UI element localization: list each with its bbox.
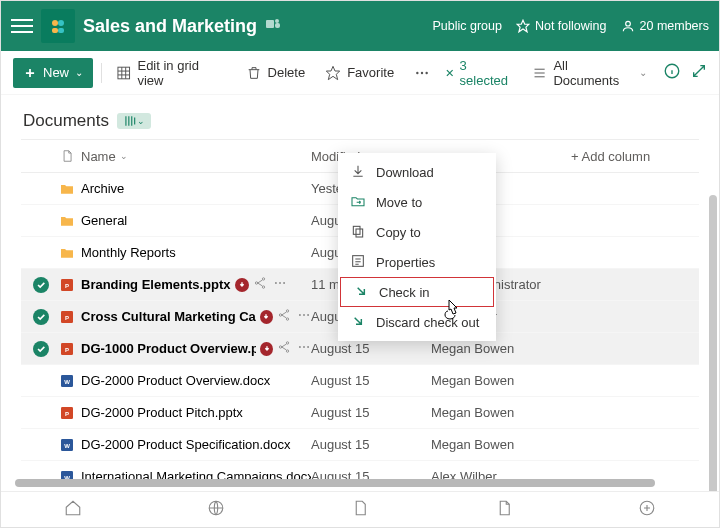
new-button[interactable]: New ⌄ bbox=[13, 58, 93, 88]
svg-point-28 bbox=[303, 346, 305, 348]
info-button[interactable] bbox=[663, 62, 681, 83]
chevron-down-icon: ⌄ bbox=[639, 67, 647, 78]
edit-grid-button[interactable]: Edit in grid view bbox=[110, 54, 232, 92]
file-name[interactable]: DG-2000 Product Specification.docx bbox=[81, 437, 291, 452]
chevron-down-icon: ⌄ bbox=[75, 67, 83, 78]
file-name[interactable]: General bbox=[81, 213, 127, 228]
svg-point-22 bbox=[299, 314, 301, 316]
delete-button[interactable]: Delete bbox=[240, 61, 312, 85]
library-icon[interactable]: ⌄ bbox=[117, 113, 151, 129]
modified-cell: August 15 bbox=[311, 405, 431, 420]
file-name[interactable]: DG-2000 Product Overview.docx bbox=[81, 373, 270, 388]
file-type-icon: P bbox=[59, 405, 75, 421]
menu-item-label: Download bbox=[376, 165, 434, 180]
modified-cell: August 15 bbox=[311, 437, 431, 452]
svg-point-13 bbox=[426, 71, 428, 73]
svg-rect-3 bbox=[58, 28, 64, 33]
group-type-label: Public group bbox=[432, 19, 502, 33]
page-title: Documents bbox=[23, 111, 109, 131]
share-icon[interactable] bbox=[277, 340, 291, 357]
clear-selection-button[interactable]: 3 selected bbox=[444, 58, 516, 88]
modified-cell: August 15 bbox=[311, 341, 431, 356]
expand-button[interactable] bbox=[691, 63, 707, 82]
file-name[interactable]: DG-2000 Product Pitch.pptx bbox=[81, 405, 243, 420]
members-label: 20 members bbox=[640, 19, 709, 33]
checked-out-icon bbox=[260, 342, 273, 356]
file-icon[interactable] bbox=[351, 499, 369, 521]
modified-by-cell: Megan Bowen bbox=[431, 437, 571, 452]
add-icon[interactable] bbox=[638, 499, 656, 521]
site-title: Sales and Marketing bbox=[83, 16, 257, 37]
svg-text:P: P bbox=[65, 314, 69, 320]
new-label: New bbox=[43, 65, 69, 80]
file-name[interactable]: Branding Elements.pptx bbox=[81, 277, 231, 292]
menu-item-icon bbox=[350, 163, 366, 182]
favorite-button[interactable]: Favorite bbox=[319, 61, 400, 85]
members-button[interactable]: 20 members bbox=[621, 19, 709, 33]
menu-item-check-in[interactable]: Check in bbox=[340, 277, 494, 307]
svg-text:P: P bbox=[65, 410, 69, 416]
modified-by-cell: Megan Bowen bbox=[431, 405, 571, 420]
checkmark-icon[interactable] bbox=[33, 341, 49, 357]
svg-rect-4 bbox=[266, 20, 274, 28]
modified-cell: August 15 bbox=[311, 373, 431, 388]
file-icon-2[interactable] bbox=[495, 499, 513, 521]
share-icon[interactable] bbox=[277, 308, 291, 325]
table-row[interactable]: PDG-2000 Product Pitch.pptx August 15Meg… bbox=[21, 397, 699, 429]
follow-button[interactable]: Not following bbox=[516, 19, 607, 33]
svg-point-18 bbox=[279, 282, 281, 284]
column-type-icon[interactable] bbox=[53, 149, 81, 163]
menu-item-move-to[interactable]: Move to bbox=[338, 187, 496, 217]
add-column-button[interactable]: + Add column bbox=[571, 149, 671, 164]
checkmark-icon[interactable] bbox=[33, 309, 49, 325]
file-type-icon bbox=[59, 245, 75, 261]
file-name[interactable]: Cross Cultural Marketing Ca… bbox=[81, 309, 256, 324]
row-overflow-icon[interactable] bbox=[273, 276, 287, 293]
row-overflow-icon[interactable] bbox=[297, 340, 311, 357]
command-bar: New ⌄ Edit in grid view Delete Favorite … bbox=[1, 51, 719, 95]
menu-item-label: Copy to bbox=[376, 225, 421, 240]
menu-item-icon bbox=[350, 313, 366, 332]
file-name[interactable]: Monthly Reports bbox=[81, 245, 176, 260]
table-row[interactable]: WDG-2000 Product Specification.docx Augu… bbox=[21, 429, 699, 461]
file-name[interactable]: DG-1000 Product Overview.p… bbox=[81, 341, 256, 356]
share-icon[interactable] bbox=[253, 276, 267, 293]
horizontal-scrollbar[interactable] bbox=[15, 479, 655, 487]
menu-item-download[interactable]: Download bbox=[338, 157, 496, 187]
teams-icon[interactable] bbox=[265, 16, 281, 36]
home-icon[interactable] bbox=[64, 499, 82, 521]
chevron-down-icon: ⌄ bbox=[137, 116, 145, 126]
svg-point-19 bbox=[283, 282, 285, 284]
view-selector[interactable]: All Documents ⌄ bbox=[526, 54, 653, 92]
overflow-button[interactable] bbox=[408, 61, 436, 85]
svg-text:W: W bbox=[64, 378, 70, 384]
follow-label: Not following bbox=[535, 19, 607, 33]
context-menu: DownloadMove toCopy toPropertiesCheck in… bbox=[338, 153, 496, 341]
menu-item-properties[interactable]: Properties bbox=[338, 247, 496, 277]
column-name[interactable]: Name⌄ bbox=[81, 149, 311, 164]
table-row[interactable]: WDG-2000 Product Overview.docx August 15… bbox=[21, 365, 699, 397]
site-header: Sales and Marketing Public group Not fol… bbox=[1, 1, 719, 51]
vertical-scrollbar[interactable] bbox=[709, 195, 717, 491]
svg-point-17 bbox=[275, 282, 277, 284]
checked-out-icon bbox=[260, 310, 273, 324]
menu-item-icon bbox=[350, 253, 366, 272]
svg-point-8 bbox=[625, 21, 630, 26]
file-type-icon bbox=[59, 213, 75, 229]
globe-icon[interactable] bbox=[207, 499, 225, 521]
menu-item-discard-check-out[interactable]: Discard check out bbox=[338, 307, 496, 337]
menu-item-label: Properties bbox=[376, 255, 435, 270]
hamburger-menu-icon[interactable] bbox=[11, 15, 33, 37]
menu-item-copy-to[interactable]: Copy to bbox=[338, 217, 496, 247]
svg-point-27 bbox=[299, 346, 301, 348]
modified-by-cell: Megan Bowen bbox=[431, 341, 571, 356]
file-name[interactable]: Archive bbox=[81, 181, 124, 196]
svg-text:P: P bbox=[65, 282, 69, 288]
site-logo[interactable] bbox=[41, 9, 75, 43]
svg-point-23 bbox=[303, 314, 305, 316]
chevron-down-icon: ⌄ bbox=[120, 151, 128, 161]
row-overflow-icon[interactable] bbox=[297, 308, 311, 325]
checked-out-icon bbox=[235, 278, 249, 292]
checkmark-icon[interactable] bbox=[33, 277, 49, 293]
menu-item-label: Discard check out bbox=[376, 315, 479, 330]
